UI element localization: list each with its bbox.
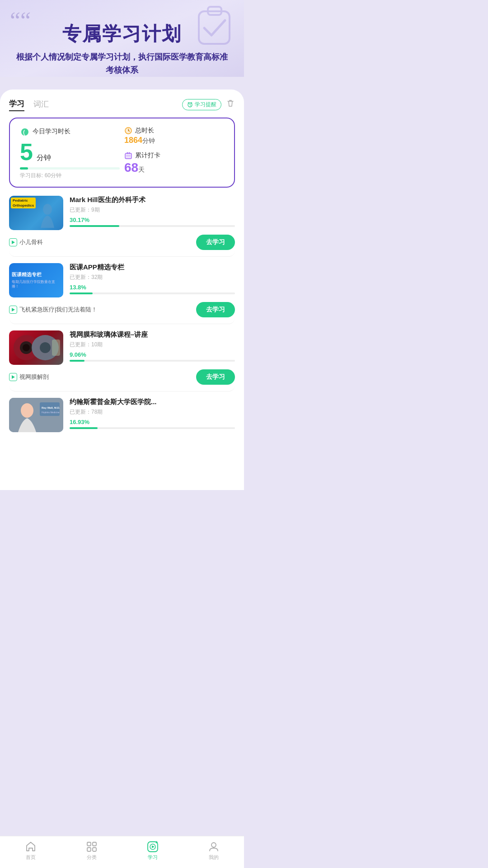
reminder-label: 学习提醒 [195, 101, 216, 108]
course-row-2: 医课精选专栏 每期几段医疗学院数量在直播！ 医课APP精选专栏 已更新：32期 … [9, 263, 235, 297]
course-pct-2: 13.8% [70, 284, 235, 291]
checkin-unit: 天 [138, 166, 145, 173]
course-fill-1 [70, 225, 119, 227]
course-thumb-4: Ray Wall, M.D. Hopkins Medicine [9, 398, 63, 432]
go-btn-1[interactable]: 去学习 [196, 235, 235, 250]
trash-icon [226, 99, 235, 108]
tabs-right: 学习提醒 [182, 99, 235, 110]
svg-text:Ray Wall, M.D.: Ray Wall, M.D. [42, 406, 60, 409]
course-fill-2 [70, 292, 93, 294]
course-info-2: 医课APP精选专栏 已更新：32期 13.8% [70, 263, 235, 294]
course-update-2: 已更新：32期 [70, 274, 235, 281]
course-thumb-3 [9, 330, 63, 365]
course-bar-3 [70, 360, 235, 362]
svg-marker-13 [12, 308, 15, 311]
card-container: 学习 词汇 学习提醒 [0, 90, 244, 490]
svg-text:Hopkins Medicine: Hopkins Medicine [42, 411, 60, 414]
go-btn-3[interactable]: 去学习 [196, 369, 235, 385]
checkin-label: 累计打卡 [124, 151, 224, 160]
total-unit: 分钟 [142, 137, 155, 144]
calendar-icon [124, 151, 132, 160]
course-bottom-2: 飞机紧急医疗|我们无法着陆！ 去学习 [9, 302, 235, 317]
course-tag-2: 飞机紧急医疗|我们无法着陆！ [9, 306, 97, 314]
goal-text: 学习目标: 60分钟 [20, 172, 120, 179]
course-title-1: Mark Hill医生的外科手术 [70, 196, 235, 204]
thumb-label-1: PediatricOrthopedics [11, 198, 36, 208]
today-label-text: 今日学习时长 [33, 127, 70, 136]
total-value: 1864分钟 [124, 136, 224, 145]
today-big-number: 5 [20, 139, 33, 165]
course-tag-text-3: 视网膜解剖 [19, 373, 49, 381]
eye-thumb-svg [9, 330, 63, 365]
hero-section: ““ 专属学习计划 根据个人情况制定专属学习计划，执行国际医学教育高标准考核体系 [0, 0, 244, 77]
svg-point-22 [21, 403, 33, 418]
svg-rect-10 [126, 156, 131, 156]
course-item-2: 医课精选专栏 每期几段医疗学院数量在直播！ 医课APP精选专栏 已更新：32期 … [9, 263, 235, 324]
today-progress-fill [20, 167, 28, 170]
stats-card: 今日学习时长 5 分钟 学习目标: 60分钟 [9, 118, 235, 188]
course-tag-icon-1 [9, 238, 17, 246]
quote-mark: ““ [10, 9, 31, 33]
course-title-2: 医课APP精选专栏 [70, 263, 235, 272]
course-row-1: PediatricOrthopedics Mark Hill医生的外科手术 已更… [9, 196, 235, 230]
play-icon-3 [10, 374, 16, 380]
course-item-3: 视网膜和玻璃体课程–讲座 已更新：10期 9.06% 视网膜解剖 去学习 [9, 330, 235, 392]
course-bar-2 [70, 292, 235, 294]
course-tag-1: 小儿骨科 [9, 238, 43, 246]
course-title-4: 约翰斯霍普金斯大学医学院... [70, 398, 235, 406]
play-icon-2 [10, 307, 16, 312]
svg-rect-8 [127, 152, 128, 154]
course-pct-4: 16.93% [70, 419, 235, 425]
checkin-label-text: 累计打卡 [135, 151, 160, 160]
stats-row-top: 今日学习时长 5 分钟 学习目标: 60分钟 [20, 127, 224, 179]
svg-rect-9 [129, 152, 130, 154]
course-tag-text-2: 飞机紧急医疗|我们无法着陆！ [19, 306, 97, 314]
go-btn-2[interactable]: 去学习 [196, 302, 235, 317]
leaf-icon [20, 127, 30, 137]
course-item-1: PediatricOrthopedics Mark Hill医生的外科手术 已更… [9, 196, 235, 257]
course-update-3: 已更新：10期 [70, 341, 235, 349]
today-unit: 分钟 [37, 154, 51, 161]
thumb-sub-2: 每期几段医疗学院数量在直播！ [12, 280, 61, 289]
total-label-text: 总时长 [135, 127, 154, 135]
svg-point-18 [40, 342, 51, 353]
course-pct-3: 9.06% [70, 351, 235, 358]
play-icon-1 [10, 240, 16, 245]
person-thumb-svg: Ray Wall, M.D. Hopkins Medicine [9, 398, 63, 432]
trash-button[interactable] [226, 99, 235, 110]
course-tag-icon-3 [9, 373, 17, 381]
stats-right: 总时长 1864分钟 累计打卡 68 [120, 127, 224, 175]
course-fill-3 [70, 360, 84, 362]
thumb-title-2: 医课精选专栏 [12, 271, 61, 278]
course-update-4: 已更新：78期 [70, 408, 235, 416]
stats-left: 今日学习时长 5 分钟 学习目标: 60分钟 [20, 127, 120, 179]
course-info-3: 视网膜和玻璃体课程–讲座 已更新：10期 9.06% [70, 330, 235, 362]
svg-marker-12 [12, 241, 15, 244]
clock-icon [124, 127, 132, 135]
clipboard-icon [194, 5, 235, 45]
person-silhouette-1 [36, 203, 59, 230]
svg-rect-19 [52, 340, 60, 356]
today-value-row: 5 分钟 [20, 140, 120, 164]
svg-point-3 [21, 128, 28, 136]
tab-vocab[interactable]: 词汇 [33, 99, 49, 111]
course-bar-4 [70, 427, 235, 429]
today-progress-bar [20, 167, 120, 170]
reminder-button[interactable]: 学习提醒 [182, 99, 221, 110]
course-bottom-1: 小儿骨科 去学习 [9, 235, 235, 250]
course-info-1: Mark Hill医生的外科手术 已更新：9期 30.17% [70, 196, 235, 227]
course-info-4: 约翰斯霍普金斯大学医学院... 已更新：78期 16.93% [70, 398, 235, 429]
today-label: 今日学习时长 [20, 127, 120, 137]
tab-learn[interactable]: 学习 [9, 99, 24, 111]
hero-subtitle: 根据个人情况制定专属学习计划，执行国际医学教育高标准考核体系 [14, 51, 230, 77]
tabs-row: 学习 词汇 学习提醒 [9, 99, 235, 111]
total-label: 总时长 [124, 127, 224, 135]
svg-rect-23 [40, 402, 60, 416]
course-thumb-2: 医课精选专栏 每期几段医疗学院数量在直播！ [9, 263, 63, 297]
checkin-number: 68 [124, 160, 138, 175]
course-tag-text-1: 小儿骨科 [19, 238, 43, 246]
checkin-value: 68天 [124, 160, 224, 175]
course-row-4: Ray Wall, M.D. Hopkins Medicine 约翰斯霍普金斯大… [9, 398, 235, 432]
course-item-4: Ray Wall, M.D. Hopkins Medicine 约翰斯霍普金斯大… [9, 398, 235, 443]
course-fill-4 [70, 427, 98, 429]
